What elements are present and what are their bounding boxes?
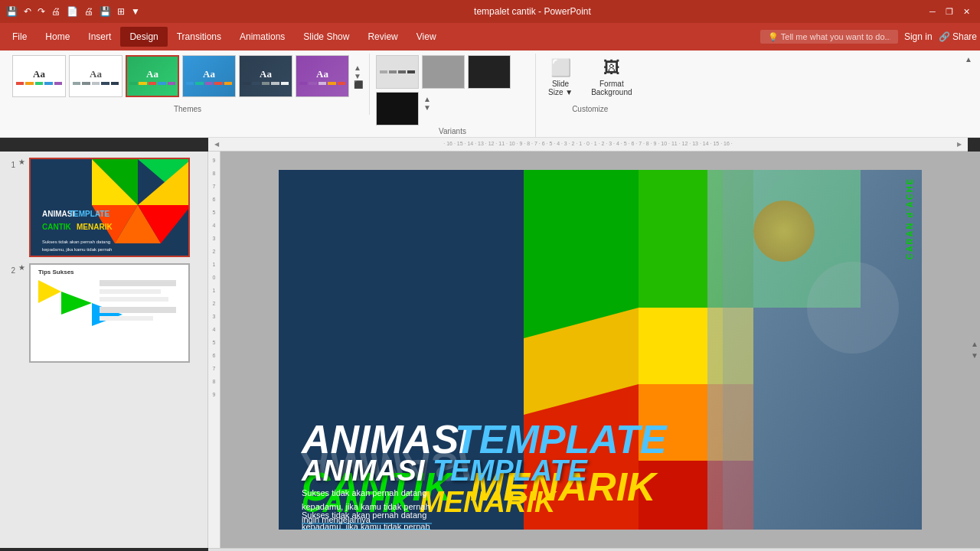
title-icons: 💾 ↶ ↷ 🖨 📄 🖨 💾 ⊞ ▼: [6, 6, 140, 17]
slide-star-2: ★: [18, 263, 26, 272]
theme-colorful[interactable]: Aa: [126, 55, 179, 97]
variant-1[interactable]: [376, 55, 419, 89]
save2-icon[interactable]: 💾: [100, 6, 111, 17]
slide-preview-2: Tips Sukses: [29, 263, 190, 363]
menu-review[interactable]: Review: [358, 27, 407, 47]
format-background-label: FormatBackground: [591, 80, 632, 96]
menu-design[interactable]: Design: [120, 27, 167, 47]
variant-3[interactable]: [468, 55, 511, 89]
scroll-up[interactable]: ▲: [969, 338, 980, 350]
svg-rect-21: [100, 307, 176, 313]
animasi-text: ANIMASI: [302, 455, 424, 487]
menu-home[interactable]: Home: [36, 27, 79, 47]
undo-icon[interactable]: ↶: [24, 6, 31, 17]
menu-animations[interactable]: Animations: [230, 27, 294, 47]
menu-slideshow[interactable]: Slide Show: [294, 27, 358, 47]
share-button[interactable]: 🔗 Share: [939, 31, 977, 42]
save-icon[interactable]: 💾: [6, 6, 18, 17]
restore-button[interactable]: ❐: [942, 4, 957, 19]
minimize-button[interactable]: ─: [925, 4, 940, 19]
horizontal-ruler: ◀ · 16 · 15 · 14 · 13 · 12 · 11 · 10 · 9…: [208, 138, 968, 152]
open-icon[interactable]: 📄: [67, 6, 78, 17]
ribbon-scroll[interactable]: ▲: [963, 54, 974, 65]
slides-panel: 1 ★ ANIMASI TEMPLATE CANTI: [0, 152, 208, 548]
window-title: tempalet cantik - PowerPoint: [140, 6, 925, 17]
svg-rect-18: [100, 280, 176, 286]
slide-thumb-2[interactable]: 2 ★ Tips Sukses: [3, 263, 204, 363]
redo-icon[interactable]: ↷: [38, 6, 45, 17]
svg-text:CANTIK: CANTIK: [42, 223, 72, 231]
menu-file[interactable]: File: [3, 27, 36, 47]
variants-label: Variants: [439, 126, 466, 135]
themes-section: Aa Aa: [6, 54, 370, 115]
print-icon[interactable]: 🖨: [84, 6, 93, 17]
slide-preview-1: ANIMASI TEMPLATE CANTIK MENARIK Sukses t…: [29, 158, 190, 257]
slide-num-2: 2: [3, 266, 15, 275]
slide-thumb-1[interactable]: 1 ★ ANIMASI TEMPLATE CANTI: [3, 158, 204, 257]
menu-view[interactable]: View: [407, 27, 446, 47]
slide-size-button[interactable]: ⬜ SlideSize ▼: [542, 55, 579, 99]
svg-text:Sukses tidak akan pernah datan: Sukses tidak akan pernah datang: [42, 240, 110, 244]
slide-size-label: SlideSize ▼: [548, 80, 573, 96]
signin-button[interactable]: Sign in: [904, 31, 933, 42]
resize-icon[interactable]: ⊞: [117, 6, 125, 17]
title-bar: 💾 ↶ ↷ 🖨 📄 🖨 💾 ⊞ ▼ tempalet cantik - Powe…: [0, 0, 980, 23]
photo-area: CARAN d'ACHE: [707, 170, 922, 530]
menu-transitions[interactable]: Transitions: [168, 27, 230, 47]
horizontal-scrollbar[interactable]: ◀ ▶: [208, 548, 980, 551]
trophy-circle: [753, 201, 815, 262]
svg-text:Tips Sukses: Tips Sukses: [38, 269, 74, 276]
slide-size-icon: ⬜: [550, 58, 571, 78]
close-button[interactable]: ✕: [959, 4, 974, 19]
search-input[interactable]: [760, 30, 898, 44]
theme-purple[interactable]: Aa: [296, 55, 349, 97]
scroll-down[interactable]: ▼: [969, 350, 980, 361]
customize-section: ⬜ SlideSize ▼ 🖼 FormatBackground Customi…: [536, 54, 645, 115]
menu-insert[interactable]: Insert: [79, 27, 120, 47]
slide-star-1: ★: [18, 158, 26, 166]
svg-rect-20: [100, 297, 168, 302]
customize-label: Customize: [572, 103, 608, 113]
themes-label: Themes: [174, 103, 201, 113]
format-background-button[interactable]: 🖼 FormatBackground: [585, 55, 638, 99]
main-area: 1 ★ ANIMASI TEMPLATE CANTI: [0, 152, 980, 548]
customize-icon[interactable]: 🖨: [51, 6, 60, 17]
svg-text:kepadamu, jika kamu tidak pern: kepadamu, jika kamu tidak pernah: [42, 247, 112, 252]
variant-2[interactable]: [422, 55, 465, 89]
canvas-scroll[interactable]: ▲ ▼: [969, 338, 980, 361]
vertical-ruler: 9876543210123456789: [208, 152, 220, 548]
dropdown-icon[interactable]: ▼: [131, 6, 140, 17]
svg-rect-19: [100, 289, 161, 294]
customize-buttons: ⬜ SlideSize ▼ 🖼 FormatBackground: [542, 55, 639, 99]
themes-grid: Aa Aa: [12, 55, 363, 97]
window-controls: ─ ❐ ✕: [925, 4, 974, 19]
variants-scroll[interactable]: ▲ ▼: [423, 95, 431, 112]
theme-dark[interactable]: Aa: [239, 55, 292, 97]
theme-office[interactable]: Aa: [12, 55, 66, 97]
variants-section: ▲ ▼ Variants: [370, 54, 536, 137]
themes-scroll[interactable]: ▲ ▼ ⬛: [354, 64, 363, 89]
format-background-icon: 🖼: [603, 58, 620, 78]
brand-text: CARAN d'ACHE: [905, 178, 914, 259]
slide-title-animasi: ANIMASI TEMPLATE: [302, 455, 587, 487]
variants-grid: ▲ ▼: [376, 55, 529, 126]
svg-rect-22: [100, 316, 153, 321]
slide-num-1: 1: [3, 161, 15, 169]
theme-2[interactable]: Aa: [69, 55, 122, 97]
svg-text:TEMPLATE: TEMPLATE: [69, 210, 109, 218]
main-slide[interactable]: ANIMASI TEMPLATE ANIMASI CANTIK MENARIK …: [279, 170, 922, 530]
svg-text:MENARIK: MENARIK: [77, 223, 113, 231]
theme-blue[interactable]: Aa: [182, 55, 236, 97]
canvas-area: 9876543210123456789: [208, 152, 980, 548]
variant-4[interactable]: [376, 92, 419, 126]
ribbon: Aa Aa: [0, 51, 980, 138]
menu-right: Sign in 🔗 Share: [760, 30, 977, 44]
menu-bar: File Home Insert Design Transitions Anim…: [0, 23, 980, 51]
slide-subtitle: Sukses tidak akan pernah datang kepadamu…: [302, 487, 430, 530]
template-text: TEMPLATE: [424, 455, 587, 487]
